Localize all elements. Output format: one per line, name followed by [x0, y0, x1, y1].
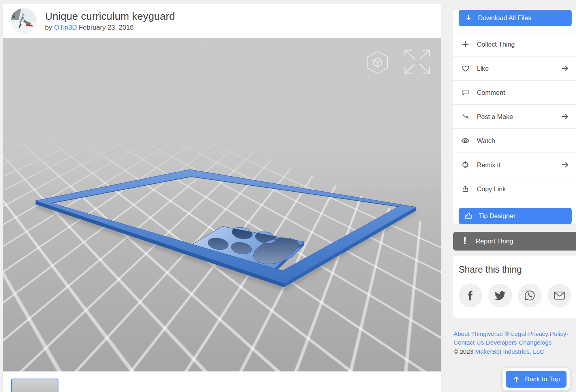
thumbs-up-icon	[465, 212, 473, 220]
keyguard-3d-model[interactable]	[3, 38, 441, 371]
avatar[interactable]	[11, 8, 36, 34]
arrow-right-icon	[561, 161, 569, 169]
share-title: Share this thing	[459, 264, 574, 275]
remix-icon	[461, 161, 470, 169]
footer-links: About Thingiverse ®·Legal·Privacy Policy…	[453, 330, 574, 356]
comment-icon	[461, 89, 470, 96]
facebook-share-icon[interactable]	[459, 284, 482, 307]
footer-link-about[interactable]: About Thingiverse ®	[454, 330, 509, 337]
thing-title: Unique curriculum keyguard	[45, 10, 175, 23]
byline-prefix: by	[45, 24, 52, 31]
arrow-right-icon	[561, 64, 569, 72]
twitter-share-icon[interactable]	[488, 284, 512, 307]
footer-link-legal[interactable]: Legal	[511, 330, 526, 337]
thing-actions-panel: Download All Files Collect Thing Like	[453, 10, 576, 224]
footer-link-privacy[interactable]: Privacy Policy	[528, 330, 566, 337]
sidebar-item-like[interactable]: Like	[453, 57, 576, 80]
whatsapp-share-icon[interactable]	[518, 284, 542, 307]
sidebar-item-watch[interactable]: Watch	[453, 129, 576, 153]
thing-header: Unique curriculum keyguard by OTin3D Feb…	[3, 4, 441, 38]
makerbot-link[interactable]: MakerBot Industries, LLC	[475, 348, 544, 355]
thing-byline: by OTin3D February 23, 2016	[45, 24, 134, 32]
copyright-text: © 2023	[454, 348, 473, 355]
download-all-files-button[interactable]: Download All Files	[459, 10, 572, 26]
thumbnail-strip	[3, 371, 441, 392]
sidebar-item-remix-it[interactable]: Remix it	[453, 153, 576, 177]
thing-page-card: Unique curriculum keyguard by OTin3D Feb…	[3, 4, 441, 392]
fullscreen-icon[interactable]	[401, 47, 433, 78]
author-link[interactable]: OTin3D	[54, 24, 77, 31]
share-panel: Share this thing	[453, 256, 576, 318]
sidebar-item-collect-thing[interactable]: Collect Thing	[453, 32, 576, 56]
sidebar-item-post-a-make[interactable]: Post a Make	[453, 105, 576, 128]
sidebar-item-copy-link[interactable]: Copy Link	[453, 177, 576, 201]
email-share-icon[interactable]	[548, 284, 571, 307]
plus-icon	[461, 40, 470, 48]
arrow-up-icon	[512, 375, 520, 383]
footer-link-contact[interactable]: Contact Us	[454, 339, 484, 346]
heart-icon	[461, 64, 470, 72]
avatar-photo	[11, 8, 36, 34]
eye-icon	[461, 137, 470, 145]
model-thumbnail[interactable]	[11, 379, 58, 392]
publish-date: February 23, 2016	[79, 24, 134, 31]
footer-link-developers[interactable]: Developers	[486, 339, 517, 346]
pencil-icon	[461, 113, 470, 121]
arrow-right-icon	[561, 113, 569, 121]
back-to-top-button[interactable]: Back to Top	[506, 371, 567, 388]
3d-viewer[interactable]	[3, 38, 441, 371]
download-icon	[465, 14, 472, 22]
tip-designer-button[interactable]: Tip Designer	[459, 208, 572, 224]
footer-link-changelogs[interactable]: Changelogs	[519, 339, 552, 346]
share-box-icon	[461, 185, 470, 193]
report-thing-button[interactable]: ! Report Thing	[453, 232, 576, 251]
back-to-top-container: Back to Top	[503, 368, 570, 390]
3d-view-cube-icon[interactable]	[365, 50, 390, 77]
sidebar-item-comment[interactable]: Comment	[453, 81, 576, 104]
exclamation-icon: !	[463, 236, 467, 247]
